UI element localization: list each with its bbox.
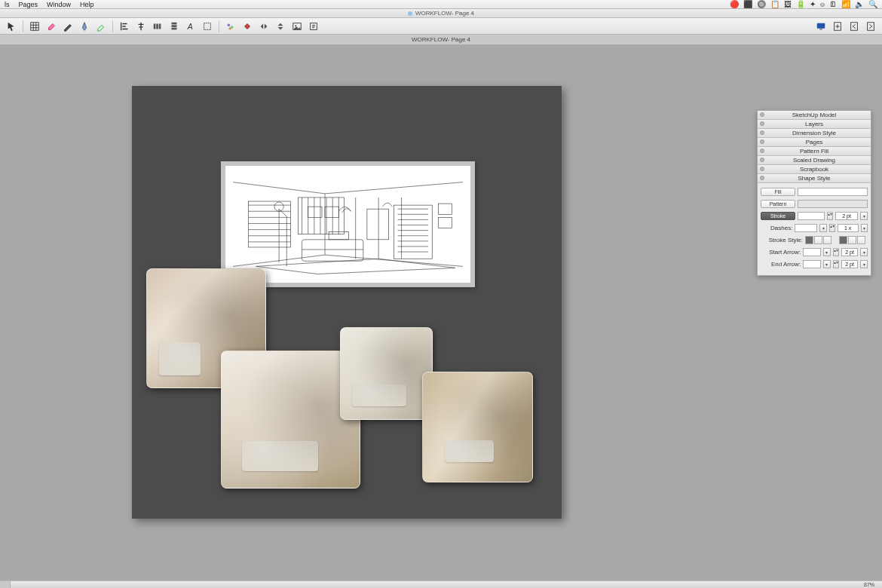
menu-item[interactable]: Help [80, 1, 94, 8]
menu-item[interactable]: ls [5, 1, 10, 8]
flip-h-button[interactable] [257, 20, 271, 32]
moodboard-image[interactable] [340, 327, 433, 420]
highlight-tool-button[interactable] [94, 20, 108, 32]
inspector-section-header[interactable]: Scrapbook [758, 165, 871, 174]
svg-rect-25 [302, 240, 363, 261]
svg-rect-20 [248, 201, 290, 247]
tray-icon[interactable]: 🔋 [796, 0, 805, 8]
eraser-tool-button[interactable] [44, 20, 58, 32]
svg-text:A: A [187, 21, 193, 30]
inspector-panel[interactable]: SketchUp Model Layers Dimension Style Pa… [757, 110, 871, 276]
tray-icon[interactable]: 🖼 [784, 0, 792, 8]
svg-rect-1 [154, 23, 156, 29]
svg-rect-3 [159, 23, 161, 29]
svg-rect-2 [156, 23, 158, 29]
export-button[interactable] [307, 20, 320, 32]
menu-item[interactable]: Pages [19, 1, 38, 8]
tray-icon[interactable]: ✦ [810, 0, 816, 8]
tray-icon[interactable]: 📶 [841, 0, 850, 8]
bucket-tool-button[interactable] [240, 20, 254, 32]
end-arrow-stepper[interactable]: ▴▾ [833, 260, 839, 268]
prev-page-button[interactable] [847, 20, 861, 32]
stroke-width-dropdown[interactable]: ▾ [860, 212, 868, 220]
os-menubar: ls Pages Window Help 🔴 ⬛ 🔘 📋 🖼 🔋 ✦ ⌾ 🗓 📶… [0, 0, 882, 9]
align-left-button[interactable] [118, 20, 131, 32]
moodboard-image[interactable] [422, 372, 533, 482]
document-status-icon [408, 11, 412, 16]
tray-icon[interactable]: ⌾ [820, 0, 825, 8]
tray-icon[interactable]: 📋 [770, 0, 779, 8]
svg-rect-5 [172, 25, 177, 27]
sketch-image [225, 166, 470, 283]
text-tool-button[interactable]: A [184, 20, 198, 32]
crop-tool-button[interactable] [201, 20, 214, 32]
next-page-button[interactable] [864, 20, 877, 32]
inspector-section-header[interactable]: Dimension Style [758, 129, 871, 138]
start-arrow-stepper[interactable]: ▴▾ [833, 248, 839, 256]
fill-toggle[interactable]: Fill [761, 188, 795, 196]
cap-style-segment[interactable] [839, 236, 865, 244]
distribute-h-button[interactable] [151, 20, 164, 32]
inspector-section-header[interactable]: SketchUp Model [758, 111, 871, 120]
pattern-swatch[interactable] [798, 200, 868, 208]
toolbar-separator [23, 20, 23, 32]
inspector-section-header[interactable]: Scaled Drawing [758, 156, 871, 165]
svg-rect-21 [298, 198, 344, 234]
tray-icon[interactable]: 🔍 [868, 0, 877, 8]
display-mode-button[interactable] [814, 20, 828, 32]
start-arrow-size-field[interactable]: 2 pt [841, 248, 859, 256]
canvas-area[interactable]: SketchUp Model Layers Dimension Style Pa… [0, 45, 882, 580]
dash-scale-field[interactable]: 1 x [838, 224, 859, 232]
zoom-level[interactable]: 87% [864, 582, 874, 587]
start-arrow-size-dropdown[interactable]: ▾ [860, 248, 868, 256]
pencil-tool-button[interactable] [61, 20, 75, 32]
corner-style-segment[interactable] [805, 236, 831, 244]
document-tab[interactable]: WORKFLOW- Page 4 [412, 36, 470, 43]
dash-pattern-dropdown[interactable]: ▾ [819, 224, 826, 232]
end-arrow-size-dropdown[interactable]: ▾ [860, 260, 868, 268]
dash-scale-stepper[interactable]: ▴▾ [829, 224, 835, 232]
end-arrow-dropdown[interactable]: ▾ [823, 260, 831, 268]
fill-color-swatch[interactable] [798, 188, 868, 196]
svg-rect-0 [31, 22, 39, 30]
start-arrow-dropdown[interactable]: ▾ [823, 248, 831, 256]
svg-rect-27 [367, 209, 388, 240]
stroke-toggle[interactable]: Stroke [761, 212, 795, 220]
dash-scale-dropdown[interactable]: ▾ [861, 224, 868, 232]
select-tool-button[interactable] [5, 20, 18, 32]
end-arrow-picker[interactable] [803, 260, 821, 268]
group-tool-button[interactable] [224, 20, 237, 32]
pen-tool-button[interactable] [78, 20, 91, 32]
inspector-section-header[interactable]: Shape Style [758, 174, 871, 183]
dash-pattern-picker[interactable] [795, 224, 817, 232]
flip-v-button[interactable] [274, 20, 287, 32]
stroke-color-swatch[interactable] [798, 212, 825, 220]
end-arrow-size-field[interactable]: 2 pt [841, 260, 859, 268]
stroke-width-stepper[interactable]: ▴▾ [827, 212, 833, 220]
document-page[interactable] [132, 86, 562, 519]
image-tool-button[interactable] [290, 20, 304, 32]
distribute-v-button[interactable] [167, 20, 181, 32]
svg-rect-28 [394, 205, 432, 259]
toolbar-right [814, 20, 877, 32]
align-center-button[interactable] [134, 20, 148, 32]
start-arrow-picker[interactable] [803, 248, 821, 256]
window-title: WORKFLOW- Page 4 [415, 10, 474, 17]
grid-tool-button[interactable] [28, 20, 41, 32]
stroke-style-label: Stroke Style: [761, 237, 803, 243]
window-titlebar: WORKFLOW- Page 4 [0, 9, 882, 18]
tray-icon[interactable]: 🔈 [855, 0, 864, 8]
svg-rect-19 [868, 22, 874, 30]
new-page-button[interactable] [831, 20, 844, 32]
tray-icon[interactable]: 🔘 [757, 0, 766, 8]
menu-item[interactable]: Window [47, 1, 71, 8]
tray-icon[interactable]: ⬛ [743, 0, 752, 8]
tray-icon[interactable]: 🗓 [829, 0, 837, 8]
inspector-section-header[interactable]: Pattern Fill [758, 147, 871, 156]
stroke-width-field[interactable]: 2 pt [835, 212, 858, 220]
pattern-toggle[interactable]: Pattern [761, 200, 795, 208]
inspector-section-header[interactable]: Layers [758, 120, 871, 129]
inspector-section-header[interactable]: Pages [758, 138, 871, 147]
dashes-label: Dashes: [761, 225, 792, 231]
tray-icon[interactable]: 🔴 [730, 0, 739, 8]
